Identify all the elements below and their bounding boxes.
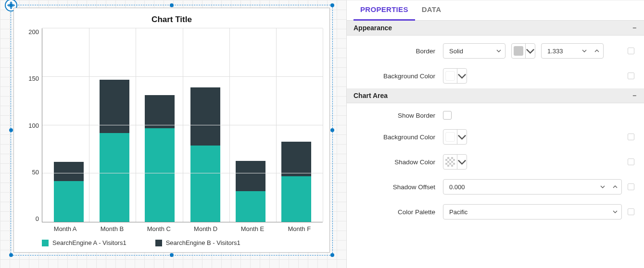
- border-style-select[interactable]: Solid: [443, 43, 505, 59]
- x-tick: Month B: [88, 225, 135, 232]
- legend-item-a: SearchEngine A - Visitors1: [42, 239, 126, 246]
- chart-legend: SearchEngine A - Visitors1 SearchEngine …: [21, 239, 323, 246]
- row-appearance-bg: Background Color: [356, 68, 634, 84]
- row-color-palette: Color Palette Pacific: [356, 204, 634, 219]
- section-chart-area-header[interactable]: Chart Area −: [347, 88, 644, 103]
- color-palette-select[interactable]: Pacific: [443, 204, 622, 219]
- label-chartarea-bg: Background Color: [356, 134, 443, 141]
- legend-label: SearchEngine A - Visitors1: [52, 239, 126, 246]
- bar: [54, 28, 84, 222]
- chevron-down-icon: [457, 69, 467, 83]
- spinner-down-icon[interactable]: [596, 180, 609, 194]
- border-style-value: Solid: [449, 48, 463, 55]
- properties-panel: PROPERTIES DATA Appearance − Border Soli…: [346, 0, 644, 268]
- shadow-color-select[interactable]: [443, 154, 467, 170]
- chart-plot: 200150100500: [21, 28, 323, 222]
- section-appearance-header[interactable]: Appearance −: [347, 21, 644, 36]
- row-chartarea-bg: Background Color: [356, 129, 634, 145]
- spinner-down-icon[interactable]: [578, 44, 591, 58]
- legend-label: SearchEngine B - Visitors1: [166, 239, 240, 246]
- chart-container[interactable]: Chart Title 200150100500 Month AMonth BM…: [13, 8, 330, 253]
- section-appearance-body: Border Solid 1.333: [347, 36, 644, 88]
- collapse-icon[interactable]: −: [631, 92, 637, 99]
- chartarea-bg-color-select[interactable]: [443, 129, 467, 145]
- expression-box[interactable]: [628, 183, 634, 190]
- label-shadow-offset: Shadow Offset: [356, 183, 443, 191]
- bar: [236, 28, 265, 222]
- label-bg: Background Color: [356, 73, 443, 80]
- legend-item-b: SearchEngine B - Visitors1: [155, 239, 240, 246]
- section-title: Appearance: [354, 24, 392, 32]
- expression-box[interactable]: [628, 158, 634, 165]
- row-border: Border Solid 1.333: [356, 43, 634, 59]
- chart-selection[interactable]: Chart Title 200150100500 Month AMonth BM…: [11, 5, 333, 256]
- tab-data[interactable]: DATA: [415, 0, 448, 20]
- section-title: Chart Area: [354, 92, 388, 99]
- chevron-down-icon: [525, 44, 535, 58]
- chevron-down-icon: [496, 49, 501, 53]
- chart-y-axis: 200150100500: [21, 28, 42, 222]
- chart-title: Chart Title: [21, 13, 323, 28]
- chart-x-axis: Month AMonth BMonth CMonth DMonth EMonth…: [21, 225, 323, 232]
- design-canvas[interactable]: Chart Title 200150100500 Month AMonth BM…: [0, 0, 346, 268]
- row-show-border: Show Border: [356, 111, 634, 120]
- row-shadow-offset: Shadow Offset 0.000: [356, 179, 634, 195]
- x-tick: Month D: [182, 225, 229, 232]
- section-chart-area-body: Show Border Background Color Shadow Colo…: [347, 103, 644, 224]
- x-tick: Month F: [276, 225, 323, 232]
- color-swatch-icon: [445, 132, 455, 142]
- expression-box[interactable]: [628, 208, 634, 215]
- y-tick: 50: [32, 169, 39, 176]
- chevron-down-icon: [457, 155, 467, 169]
- x-tick: Month E: [229, 225, 276, 232]
- palette-value: Pacific: [449, 208, 467, 216]
- shadow-offset-value: 0.000: [449, 183, 596, 191]
- resize-handle[interactable]: [170, 253, 174, 257]
- y-tick: 100: [28, 122, 39, 129]
- resize-handle[interactable]: [9, 3, 13, 7]
- appearance-bg-color-select[interactable]: [443, 68, 467, 84]
- label-border: Border: [356, 48, 443, 55]
- chevron-down-icon: [457, 130, 467, 144]
- resize-handle[interactable]: [9, 128, 13, 132]
- chevron-down-icon: [613, 209, 618, 214]
- y-tick: 200: [28, 28, 39, 36]
- y-tick: 150: [28, 75, 39, 82]
- bar: [145, 28, 175, 222]
- color-swatch-icon: [445, 71, 455, 81]
- resize-handle[interactable]: [170, 3, 174, 7]
- color-swatch-icon: [514, 46, 523, 56]
- resize-handle[interactable]: [330, 3, 334, 7]
- expression-box[interactable]: [628, 134, 634, 140]
- x-tick: Month C: [136, 225, 182, 232]
- bar: [281, 28, 311, 222]
- resize-handle[interactable]: [330, 128, 334, 132]
- x-tick: Month A: [42, 225, 88, 232]
- shadow-offset-spinner[interactable]: 0.000: [443, 179, 622, 195]
- panel-tabs: PROPERTIES DATA: [347, 0, 644, 21]
- color-swatch-icon: [445, 157, 455, 167]
- legend-swatch-icon: [42, 240, 49, 246]
- spinner-up-icon[interactable]: [609, 180, 621, 194]
- resize-handle[interactable]: [9, 253, 13, 257]
- label-shadow-color: Shadow Color: [356, 158, 443, 166]
- border-width-value: 1.333: [547, 48, 578, 55]
- tab-properties[interactable]: PROPERTIES: [354, 0, 415, 21]
- bar: [100, 28, 129, 222]
- expression-box[interactable]: [628, 48, 634, 54]
- y-tick: 0: [36, 215, 39, 222]
- label-show-border: Show Border: [356, 112, 443, 119]
- chart-plot-area: [42, 28, 323, 222]
- row-shadow-color: Shadow Color: [356, 154, 634, 170]
- border-color-select[interactable]: [511, 43, 535, 59]
- bar: [190, 28, 220, 222]
- border-width-spinner[interactable]: 1.333: [541, 43, 604, 59]
- collapse-icon[interactable]: −: [631, 24, 637, 32]
- resize-handle[interactable]: [330, 253, 334, 257]
- expression-box[interactable]: [628, 73, 634, 79]
- spinner-up-icon[interactable]: [591, 44, 603, 58]
- legend-swatch-icon: [155, 240, 162, 246]
- show-border-checkbox[interactable]: [443, 111, 452, 120]
- label-palette: Color Palette: [356, 208, 443, 216]
